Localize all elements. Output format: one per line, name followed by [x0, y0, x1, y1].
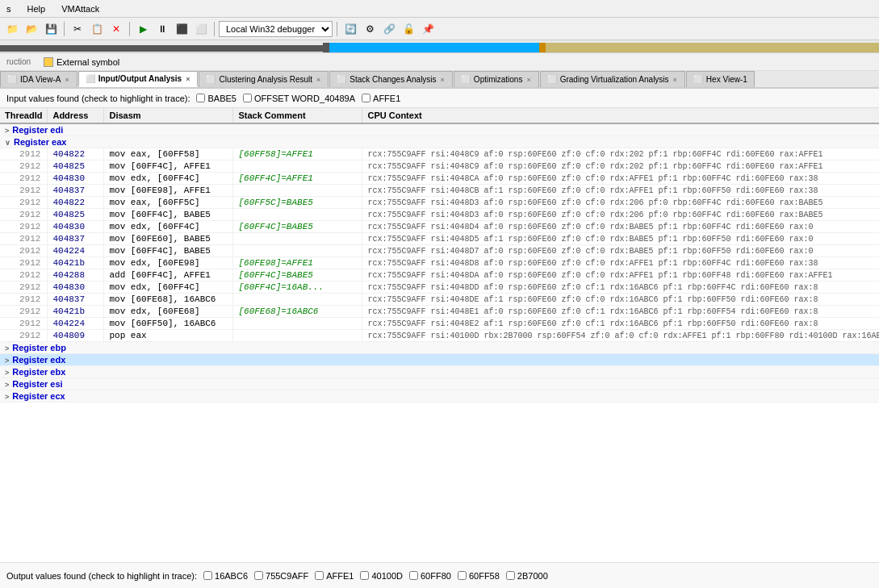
output-2b7000-input[interactable]	[506, 571, 515, 580]
expand-icon-2[interactable]: >	[5, 344, 9, 352]
toolbar-btn-config[interactable]: ⚙	[361, 20, 379, 38]
expand-icon-6[interactable]: >	[5, 393, 9, 401]
expand-icon-0[interactable]: >	[5, 127, 9, 135]
tab-close-grading[interactable]: ×	[672, 76, 678, 84]
cell-disasm: mov [60FF50], 16ABC6	[104, 318, 233, 330]
output-2b7000[interactable]: 2B7000	[506, 571, 548, 581]
cell-threadid: 2912	[0, 269, 48, 281]
toolbar-btn-run[interactable]: ▶	[134, 20, 152, 38]
tab-hex-view[interactable]: ⬜Hex View-1	[686, 71, 755, 87]
output-affe1-input[interactable]	[315, 571, 324, 580]
table-row[interactable]: 2912404288add [60FF4C], AFFE1[60FF4C]=BA…	[0, 269, 879, 281]
expand-icon-3[interactable]: >	[5, 357, 9, 365]
checkbox-affe1-input[interactable]	[362, 94, 370, 102]
table-row[interactable]: 2912404830mov edx, [60FF4C][60FF4C]=16AB…	[0, 281, 879, 294]
output-60ff80-input[interactable]	[409, 571, 418, 580]
table-row[interactable]: 291240421bmov edx, [60FE98][60FE98]=AFFE…	[0, 257, 879, 269]
cell-cpuctx: rcx:755C9AFF rsi:4048D7 af:0 rsp:60FE60 …	[362, 245, 879, 257]
group-header-2[interactable]: >Register ebp	[0, 342, 879, 354]
group-header-6[interactable]: >Register ecx	[0, 390, 879, 402]
table-row[interactable]: 2912404837mov [60FE68], 16ABC6rcx:755C9A…	[0, 294, 879, 306]
cell-cpuctx: rcx:755C9AFF rsi:40100D rbx:2B7000 rsp:6…	[362, 330, 879, 342]
tab-close-stack-changes[interactable]: ×	[440, 76, 446, 84]
table-row[interactable]: 2912404825mov [60FF4C], AFFE1rcx:755C9AF…	[0, 161, 879, 173]
output-40100d-input[interactable]	[360, 571, 369, 580]
group-expand-cell-5[interactable]: >Register esi	[0, 378, 879, 390]
table-row[interactable]: 2912404830mov edx, [60FF4C][60FF4C]=BABE…	[0, 221, 879, 233]
cell-cpuctx: rcx:755C9AFF rsi:4048DD af:0 rsp:60FE60 …	[362, 281, 879, 294]
table-row[interactable]: 291240421bmov edx, [60FE68][60FE68]=16AB…	[0, 306, 879, 318]
output-affe1[interactable]: AFFE1	[315, 571, 354, 581]
toolbar-btn-open[interactable]: 📂	[23, 20, 40, 38]
group-expand-cell-2[interactable]: >Register ebp	[0, 342, 879, 354]
output-40100d[interactable]: 40100D	[360, 571, 403, 581]
expand-icon-1[interactable]: ∨	[5, 139, 10, 147]
output-60ff80[interactable]: 60FF80	[409, 571, 451, 581]
tab-io-analysis[interactable]: ⬜Input/Output Analysis×	[78, 71, 199, 87]
cell-address: 404822	[48, 197, 104, 209]
tab-close-ida-view[interactable]: ×	[64, 76, 69, 84]
table-row[interactable]: 2912404837mov [60FE98], AFFE1rcx:755C9AF…	[0, 185, 879, 197]
table-row[interactable]: 2912404825mov [60FF4C], BABE5rcx:755C9AF…	[0, 209, 879, 221]
group-expand-cell-1[interactable]: ∨Register eax	[0, 136, 879, 148]
toolbar-btn-stop[interactable]: ⬛	[173, 20, 190, 38]
toolbar-btn-step[interactable]: ⬜	[192, 20, 210, 38]
checkbox-affe1[interactable]: AFFE1	[362, 94, 400, 103]
table-row[interactable]: 2912404224mov [60FF4C], BABE5rcx:755C9AF…	[0, 245, 879, 257]
toolbar-btn-delete[interactable]: ✕	[107, 20, 125, 38]
output-16abc6[interactable]: 16ABC6	[203, 571, 248, 581]
output-755c9aff-input[interactable]	[254, 571, 263, 580]
cell-threadid: 2912	[0, 221, 48, 233]
table-row[interactable]: 2912404830mov edx, [60FF4C][60FF4C]=AFFE…	[0, 173, 879, 185]
expand-icon-4[interactable]: >	[5, 369, 9, 377]
tab-clustering[interactable]: ⬜Clustering Analysis Result×	[199, 71, 329, 87]
checkbox-babe5[interactable]: BABE5	[196, 94, 236, 103]
toolbar-btn-misc[interactable]: 📌	[419, 20, 437, 38]
toolbar-btn-detach[interactable]: 🔓	[400, 20, 417, 38]
group-expand-cell-3[interactable]: >Register edx	[0, 354, 879, 366]
tab-grading[interactable]: ⬜Grading Virtualization Analysis×	[540, 71, 685, 87]
group-header-1[interactable]: ∨Register eax	[0, 136, 879, 148]
group-expand-cell-4[interactable]: >Register ebx	[0, 366, 879, 378]
menu-vmattack[interactable]: VMAttack	[58, 2, 103, 15]
menu-s[interactable]: s	[3, 2, 15, 15]
group-header-3[interactable]: >Register edx	[0, 354, 879, 366]
toolbar-btn-pause[interactable]: ⏸	[153, 20, 171, 38]
tab-ida-view[interactable]: ⬜IDA View-A×	[0, 71, 77, 87]
cell-threadid: 2912	[0, 306, 48, 318]
tab-optimizations[interactable]: ⬜Optimizations×	[454, 71, 539, 87]
toolbar-btn-copy[interactable]: 📋	[88, 20, 106, 38]
table-row[interactable]: 2912404822mov eax, [60FF58][60FF58]=AFFE…	[0, 148, 879, 161]
output-60ff58-input[interactable]	[458, 571, 467, 580]
output-16abc6-input[interactable]	[203, 571, 212, 580]
output-60ff58[interactable]: 60FF58	[458, 571, 500, 581]
table-row[interactable]: 2912404822mov eax, [60FF5C][60FF5C]=BABE…	[0, 197, 879, 209]
cell-disasm: pop eax	[104, 330, 233, 342]
toolbar-btn-cut[interactable]: ✂	[69, 20, 86, 38]
tab-close-optimizations[interactable]: ×	[525, 76, 531, 84]
tab-stack-changes[interactable]: ⬜Stack Changes Analysis×	[329, 71, 453, 87]
tab-close-clustering[interactable]: ×	[316, 76, 321, 84]
checkbox-babe5-input[interactable]	[196, 94, 205, 102]
group-expand-cell-6[interactable]: >Register ecx	[0, 390, 879, 402]
checkbox-offset[interactable]: OFFSET WORD_40489A	[243, 94, 355, 103]
group-header-5[interactable]: >Register esi	[0, 378, 879, 390]
toolbar-sep-1	[64, 22, 65, 36]
toolbar-btn-attach[interactable]: 🔗	[380, 20, 398, 38]
group-expand-cell-0[interactable]: >Register edi	[0, 123, 879, 136]
toolbar-btn-save[interactable]: 💾	[42, 20, 60, 38]
menu-help[interactable]: Help	[24, 2, 49, 15]
toolbar-btn-refresh[interactable]: 🔄	[341, 20, 359, 38]
group-header-0[interactable]: >Register edi	[0, 123, 879, 136]
expand-icon-5[interactable]: >	[5, 381, 9, 389]
group-header-4[interactable]: >Register ebx	[0, 366, 879, 378]
debugger-selector[interactable]: Local Win32 debugger	[219, 21, 333, 37]
menu-bar: s Help VMAttack	[0, 0, 879, 18]
checkbox-offset-input[interactable]	[243, 94, 252, 102]
output-755c9aff[interactable]: 755C9AFF	[254, 571, 308, 581]
tab-close-io-analysis[interactable]: ×	[185, 75, 190, 83]
table-row[interactable]: 2912404224mov [60FF50], 16ABC6rcx:755C9A…	[0, 318, 879, 330]
table-row[interactable]: 2912404809pop eaxrcx:755C9AFF rsi:40100D…	[0, 330, 879, 342]
toolbar-btn-new[interactable]: 📁	[3, 20, 21, 38]
table-row[interactable]: 2912404837mov [60FE60], BABE5rcx:755C9AF…	[0, 233, 879, 245]
